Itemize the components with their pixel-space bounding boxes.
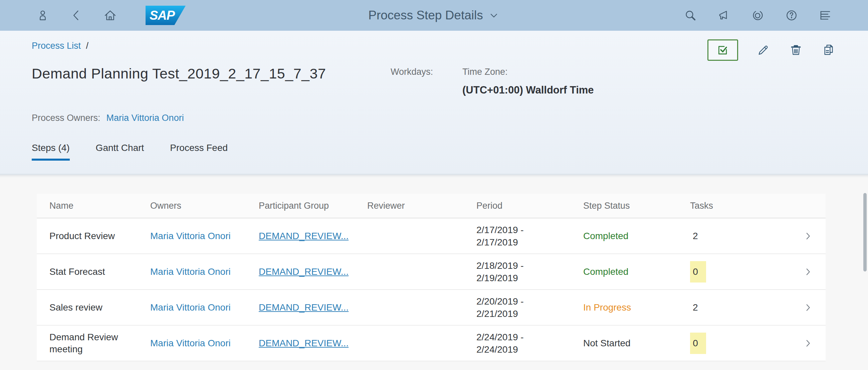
step-tasks-count: 0 bbox=[690, 333, 790, 354]
vertical-scrollbar[interactable] bbox=[863, 193, 867, 272]
workdays-label: Workdays: bbox=[391, 67, 433, 77]
timezone-value: (UTC+01:00) Walldorf Time bbox=[462, 84, 594, 96]
table-row[interactable]: Sales review Maria Vittoria Onori DEMAND… bbox=[37, 290, 826, 326]
header-actions bbox=[707, 39, 836, 61]
table-row[interactable]: Demand Review meeting Maria Vittoria Ono… bbox=[37, 326, 826, 361]
title-row: Demand Planning Test_2019_2_17_15_7_37 W… bbox=[32, 65, 836, 116]
user-icon[interactable] bbox=[35, 8, 51, 23]
row-chevron-icon[interactable] bbox=[790, 267, 826, 277]
delete-button[interactable] bbox=[788, 42, 804, 58]
steps-table: Name Owners Participant Group Reviewer P… bbox=[37, 194, 826, 361]
breadcrumb-separator: / bbox=[86, 41, 89, 51]
home-icon[interactable] bbox=[102, 8, 118, 23]
copy-button[interactable] bbox=[821, 42, 836, 58]
step-status: Not Started bbox=[583, 338, 690, 349]
column-header-owners: Owners bbox=[150, 201, 259, 211]
sap-logo[interactable]: SAP bbox=[146, 6, 186, 25]
tab-steps[interactable]: Steps (4) bbox=[32, 143, 70, 161]
participant-group-link[interactable]: DEMAND_REVIEW... bbox=[259, 267, 348, 277]
shell-left-group: SAP bbox=[35, 6, 186, 25]
approve-button[interactable] bbox=[707, 39, 738, 61]
breadcrumb-process-list-link[interactable]: Process List bbox=[32, 41, 81, 51]
row-chevron-icon[interactable] bbox=[790, 302, 826, 313]
tab-bar: Steps (4) Gantt Chart Process Feed bbox=[32, 143, 836, 161]
column-header-period: Period bbox=[476, 201, 583, 211]
column-header-tasks: Tasks bbox=[690, 201, 790, 211]
participant-group-link[interactable]: DEMAND_REVIEW... bbox=[259, 338, 348, 348]
check-square-icon bbox=[716, 43, 730, 57]
step-name: Demand Review meeting bbox=[37, 331, 150, 355]
copilot-icon[interactable] bbox=[750, 8, 766, 23]
object-page-header: Process List / Demand Planning Test_2019… bbox=[0, 31, 868, 174]
participant-group-link[interactable]: DEMAND_REVIEW... bbox=[259, 302, 348, 313]
row-chevron-icon[interactable] bbox=[790, 338, 826, 349]
step-tasks-count: 2 bbox=[690, 231, 790, 241]
step-owner-link[interactable]: Maria Vittoria Onori bbox=[150, 267, 231, 277]
notification-list-icon[interactable] bbox=[817, 8, 833, 23]
timezone-label: Time Zone: bbox=[462, 67, 508, 77]
step-tasks-count: 0 bbox=[690, 261, 790, 282]
row-chevron-icon[interactable] bbox=[790, 231, 826, 241]
step-owner-link[interactable]: Maria Vittoria Onori bbox=[150, 302, 231, 313]
step-name: Stat Forecast bbox=[37, 266, 150, 278]
step-owner-link[interactable]: Maria Vittoria Onori bbox=[150, 338, 231, 348]
step-period: 2/24/2019 - 2/24/2019 bbox=[476, 331, 583, 356]
step-period: 2/18/2019 - 2/19/2019 bbox=[476, 259, 583, 284]
back-icon[interactable] bbox=[69, 8, 84, 23]
column-header-step-status: Step Status bbox=[583, 201, 690, 211]
step-status: Completed bbox=[583, 231, 690, 241]
app-title-menu[interactable]: Process Step Details bbox=[368, 8, 499, 22]
help-icon[interactable] bbox=[784, 8, 799, 23]
column-header-participant-group: Participant Group bbox=[259, 201, 367, 211]
breadcrumb: Process List / bbox=[32, 41, 89, 51]
megaphone-icon[interactable] bbox=[716, 8, 732, 23]
step-tasks-count: 2 bbox=[690, 302, 790, 313]
step-period: 2/17/2019 - 2/17/2019 bbox=[476, 224, 583, 248]
step-owner-link[interactable]: Maria Vittoria Onori bbox=[150, 231, 231, 241]
step-name: Product Review bbox=[37, 230, 150, 242]
participant-group-link[interactable]: DEMAND_REVIEW... bbox=[259, 231, 348, 241]
tab-process-feed[interactable]: Process Feed bbox=[170, 143, 228, 161]
shell-bar: SAP Process Step Details bbox=[0, 0, 868, 31]
column-header-reviewer: Reviewer bbox=[367, 201, 476, 211]
table-row[interactable]: Product Review Maria Vittoria Onori DEMA… bbox=[37, 218, 826, 254]
tab-gantt-chart[interactable]: Gantt Chart bbox=[96, 143, 144, 161]
column-header-name: Name bbox=[37, 200, 150, 212]
shell-right-group bbox=[683, 8, 833, 23]
steps-section: Name Owners Participant Group Reviewer P… bbox=[0, 174, 868, 370]
app-title: Process Step Details bbox=[368, 8, 483, 22]
page-title: Demand Planning Test_2019_2_17_15_7_37 bbox=[32, 65, 836, 82]
sap-logo-text: SAP bbox=[150, 8, 175, 23]
step-name: Sales review bbox=[37, 302, 150, 314]
step-status: Completed bbox=[583, 267, 690, 277]
trash-icon bbox=[789, 43, 803, 57]
pencil-icon bbox=[756, 43, 770, 57]
table-row[interactable]: Stat Forecast Maria Vittoria Onori DEMAN… bbox=[37, 254, 826, 290]
edit-button[interactable] bbox=[755, 42, 771, 58]
chevron-down-icon bbox=[488, 10, 500, 21]
step-status: In Progress bbox=[583, 302, 690, 313]
step-period: 2/20/2019 - 2/21/2019 bbox=[476, 295, 583, 320]
table-header-row: Name Owners Participant Group Reviewer P… bbox=[37, 194, 826, 218]
search-icon[interactable] bbox=[683, 8, 698, 23]
copy-icon bbox=[822, 43, 836, 57]
